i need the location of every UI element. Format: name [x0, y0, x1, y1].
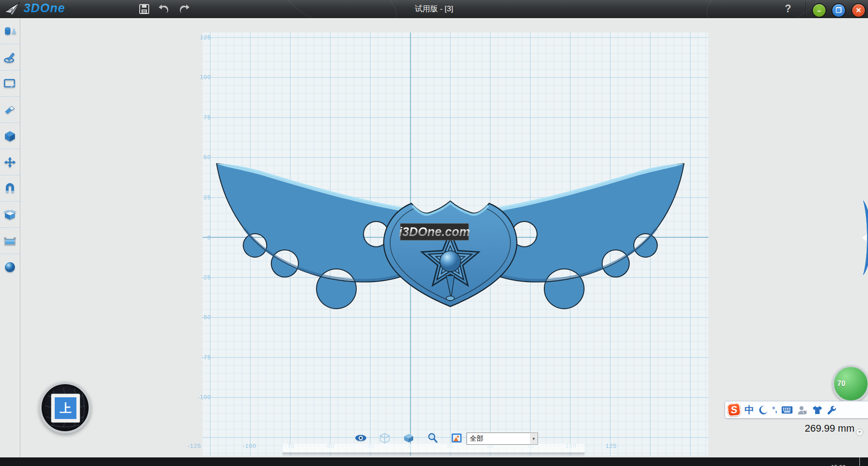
ruler-measure-icon [4, 235, 16, 247]
svg-text:S: S [804, 410, 806, 414]
sidebar-item-material[interactable] [0, 254, 20, 280]
chinese-mode-icon[interactable]: 中 [745, 404, 754, 416]
window-title: 试用版 - [3] [0, 0, 868, 18]
settings-wrench-icon[interactable] [827, 405, 837, 415]
sphere-icon [4, 261, 16, 273]
restore-button[interactable]: ❐ [831, 3, 846, 18]
display-toolbar [355, 432, 462, 444]
display-toolbar-shadow [283, 452, 585, 457]
right-panel-tab[interactable] [856, 200, 868, 275]
pencil-sketch-icon [4, 52, 16, 63]
view-cube[interactable]: 上 [39, 382, 91, 433]
visibility-eye-button[interactable] [355, 432, 367, 444]
skin-shirt-icon[interactable] [812, 405, 823, 415]
axis-label: 125 [191, 34, 211, 41]
open-box-icon [4, 209, 16, 221]
sidebar-item-move[interactable] [0, 149, 20, 175]
help-button[interactable]: ? [781, 2, 795, 15]
display-toolbar-base [283, 444, 585, 452]
sidebar-item-magnet[interactable] [0, 175, 20, 202]
axis-label: -75 [191, 354, 211, 361]
tool-sidebar [0, 18, 20, 457]
watermark-text: i3DOne.com [399, 225, 470, 239]
sidebar-item-combine[interactable] [0, 202, 20, 228]
axis-label: -100 [191, 394, 211, 400]
show-desktop-button[interactable] [859, 457, 860, 466]
snapshot-button[interactable] [451, 432, 462, 444]
wireframe-view-button[interactable] [379, 432, 391, 444]
antivirus-ball[interactable]: 70 [832, 365, 868, 402]
snapshot-icon [451, 433, 462, 443]
measurement-readout: 269.99 mm [705, 423, 854, 434]
eraser-icon [4, 104, 16, 116]
minimize-button[interactable]: – [812, 3, 826, 18]
os-taskbar[interactable]: 15:26 [0, 457, 868, 466]
3d-viewport[interactable]: 125 100 75 50 25 0 -25 -50 -75 -100 -125… [20, 18, 868, 457]
axis-label: 100 [191, 74, 211, 80]
title-bar: 3DOne 试用版 - [3] ? – ❐ [0, 0, 868, 18]
sidebar-item-primitives[interactable] [0, 18, 20, 44]
wireframe-cube-icon [379, 433, 390, 443]
close-button[interactable]: ✕ [851, 3, 866, 18]
axis-label: -125 [181, 442, 208, 449]
magnifier-icon [427, 433, 438, 443]
taskbar-clock: 15:26 [831, 464, 846, 466]
view-cube-face-label: 上 [55, 397, 76, 419]
shaded-cube-icon [403, 433, 414, 443]
axis-label: 125 [598, 442, 625, 449]
sidebar-item-measure[interactable] [0, 228, 20, 254]
shaded-view-button[interactable] [403, 432, 415, 444]
sidebar-item-eraser[interactable] [0, 97, 20, 123]
sidebar-item-solid[interactable] [0, 123, 20, 149]
moon-icon[interactable] [758, 405, 768, 415]
account-icon[interactable]: S [797, 405, 808, 415]
ime-toolbar: S 中 °, S [725, 401, 868, 419]
eye-icon [355, 433, 367, 442]
primitives-icon [4, 25, 16, 37]
cube-icon [4, 130, 16, 142]
axis-label: 75 [191, 114, 211, 121]
view-cube-face[interactable]: 上 [51, 394, 80, 423]
move-arrows-icon [4, 156, 16, 168]
sidebar-item-sketch[interactable] [0, 44, 20, 71]
magnet-icon [4, 183, 16, 194]
display-filter-arrow[interactable]: ▼ [530, 433, 538, 445]
titlebar-separator [806, 2, 806, 16]
watermark: i3DOne.com [400, 223, 469, 240]
plane-page-icon [4, 78, 16, 89]
display-filter-value: 全部 [467, 434, 483, 443]
sidebar-item-sketch-plane[interactable] [0, 71, 20, 97]
sogou-logo-icon[interactable]: S [727, 403, 741, 417]
antivirus-ball-score: 70 [837, 380, 845, 388]
soft-keyboard-icon[interactable] [781, 406, 793, 414]
display-filter-dropdown[interactable]: 全部 [467, 433, 531, 445]
axis-label: -100 [236, 442, 263, 449]
unit-stepper[interactable]: ▾ [856, 428, 863, 436]
punctuation-icon[interactable]: °, [772, 406, 777, 414]
zoom-button[interactable] [427, 432, 439, 444]
